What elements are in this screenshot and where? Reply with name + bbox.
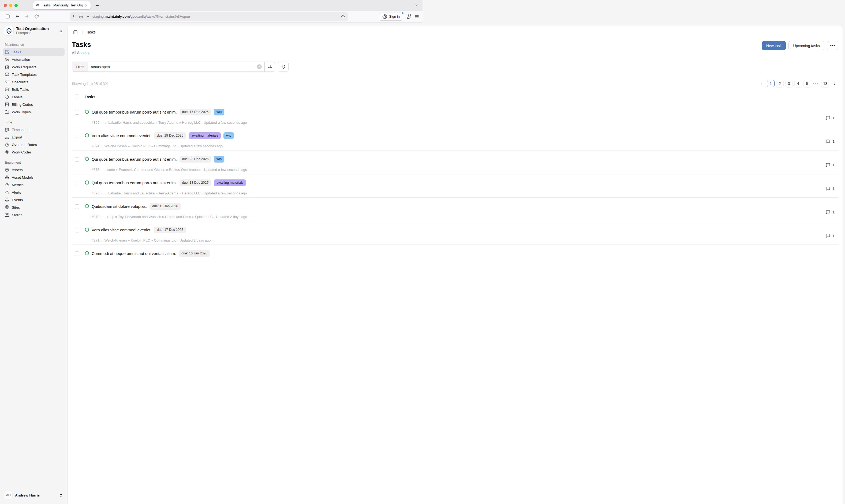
location-pin-button[interactable] xyxy=(278,61,288,72)
extensions-puzzle-icon[interactable] xyxy=(406,14,411,19)
sidebar-item-stores[interactable]: Stores xyxy=(3,211,65,218)
sidebar-item-automation[interactable]: Automation xyxy=(3,56,65,63)
task-row[interactable]: Qui quos temporibus earum porro aut sint… xyxy=(72,174,423,198)
sidebar-toggle-icon[interactable] xyxy=(3,13,12,21)
task-list-header: Tasks xyxy=(72,91,423,103)
sidebar-item-export[interactable]: Export xyxy=(3,133,65,141)
meta-separator: · xyxy=(101,144,102,148)
sidebar-item-bulk-tasks[interactable]: Bulk Tasks xyxy=(3,86,65,93)
panel-left-toggle-icon[interactable] xyxy=(71,28,79,36)
forward-icon[interactable] xyxy=(22,13,31,21)
tab-close-icon[interactable] xyxy=(84,4,88,7)
page-title: Tasks xyxy=(72,40,423,49)
sidebar-item-work-types[interactable]: Work Types xyxy=(3,108,65,116)
task-title[interactable]: Qui quos temporibus earum porro aut sint… xyxy=(92,110,177,114)
meta-separator: · xyxy=(101,121,102,125)
sidebar-item-metrics[interactable]: Metrics xyxy=(3,181,65,188)
sidebar-item-timesheets[interactable]: Timesheets xyxy=(3,126,65,133)
row-checkbox[interactable] xyxy=(75,228,79,232)
sidebar-item-sites[interactable]: Sites xyxy=(3,203,65,211)
key-icon[interactable] xyxy=(85,15,89,18)
sidebar-item-label: Work Requests xyxy=(12,65,36,69)
task-title[interactable]: Quibusdam sit dolore voluptas. xyxy=(92,204,147,209)
task-list: Tasks Qui quos temporibus earum porro au… xyxy=(72,91,423,252)
window-controls xyxy=(4,4,18,7)
task-row[interactable]: Qui quos temporibus earum porro aut sint… xyxy=(72,150,423,174)
sidebar-item-label: Export xyxy=(12,135,22,139)
zoom-window-button[interactable] xyxy=(15,4,18,7)
task-title[interactable]: Commodi et neque omnis aut qui veritatis… xyxy=(92,251,176,252)
task-row[interactable]: Vero alias vitae commodi eveniet.due: 17… xyxy=(72,221,423,245)
sidebar-item-label: Labels xyxy=(12,95,22,99)
task-title[interactable]: Vero alias vitae commodi eveniet. xyxy=(92,133,152,138)
row-checkbox[interactable] xyxy=(75,157,79,162)
due-date-badge: due: 18 Dec 2025 xyxy=(179,179,211,186)
due-date-badge: due: 16 Jan 2026 xyxy=(179,250,210,252)
select-all-checkbox[interactable] xyxy=(75,94,79,99)
gauge-icon xyxy=(5,183,9,187)
filter-input[interactable] xyxy=(88,65,264,69)
task-row-main: Qui quos temporibus earum porro aut sint… xyxy=(92,156,423,172)
browser-tab[interactable]: Tasks | Maintainly: Test Organis xyxy=(33,1,91,10)
row-checkbox[interactable] xyxy=(75,133,79,138)
org-switcher[interactable]: DEMO Test Organisation Enterprise xyxy=(3,26,65,36)
bookmark-star-icon[interactable] xyxy=(341,15,345,19)
url-bar[interactable]: staging.maintainly.com/gyoqzo8q/tasks?fi… xyxy=(70,12,348,21)
task-row-main: Qui quos temporibus earum porro aut sint… xyxy=(92,179,423,195)
sidebar-item-task-templates[interactable]: Task Templates xyxy=(3,71,65,78)
task-row[interactable]: Vero alias vitae commodi eveniet.due: 18… xyxy=(72,127,423,150)
sidebar-item-asset-models[interactable]: Asset Models xyxy=(3,174,65,181)
filter-settings-sliders-icon[interactable] xyxy=(264,61,275,72)
sidebar-item-alerts[interactable]: Alerts xyxy=(3,188,65,196)
sidebar-item-labels[interactable]: Labels xyxy=(3,93,65,101)
sidebar-item-work-codes[interactable]: Work Codes xyxy=(3,148,65,156)
sidebar-item-label: Bulk Tasks xyxy=(12,88,29,92)
sign-in-button[interactable]: Sign in xyxy=(379,13,403,21)
org-logo-icon: DEMO xyxy=(4,26,13,35)
new-tab-button[interactable] xyxy=(95,3,100,8)
sidebar-item-overtime-rates[interactable]: Overtime Rates xyxy=(3,141,65,148)
sidebar-item-events[interactable]: Events xyxy=(3,196,65,203)
list-tabs-chevron-icon[interactable] xyxy=(415,3,419,7)
all-assets-link[interactable]: All Assets xyxy=(72,51,89,55)
task-title[interactable]: Qui quos temporibus earum porro aut sint… xyxy=(92,157,177,161)
breadcrumb[interactable]: Tasks xyxy=(86,30,96,34)
task-title[interactable]: Qui quos temporibus earum porro aut sint… xyxy=(92,180,177,185)
shield-icon[interactable] xyxy=(73,15,77,18)
clear-filter-icon[interactable] xyxy=(257,64,262,69)
sidebar-item-label: Tasks xyxy=(12,50,21,54)
sidebar-item-label: Work Types xyxy=(12,110,31,114)
task-row[interactable]: Commodi et neque omnis aut qui veritatis… xyxy=(72,245,423,252)
org-name: Test Organisation xyxy=(16,26,49,31)
row-checkbox[interactable] xyxy=(75,251,79,252)
timer-icon xyxy=(5,142,9,147)
menu-hamburger-icon[interactable] xyxy=(415,14,419,19)
status-open-circle-icon xyxy=(85,251,89,252)
back-icon[interactable] xyxy=(13,13,21,21)
sidebar-item-assets[interactable]: Assets xyxy=(3,166,65,174)
status-open-circle-icon xyxy=(85,180,89,184)
lock-icon[interactable] xyxy=(79,15,83,18)
task-title[interactable]: Vero alias vitae commodi eveniet. xyxy=(92,228,152,232)
task-updated: Updated 2 days ago xyxy=(216,215,247,219)
minimize-window-button[interactable] xyxy=(9,4,12,7)
sidebar-nav: MaintenanceTasksAutomationWork RequestsT… xyxy=(3,38,65,252)
sidebar-item-label: Assets xyxy=(12,168,23,172)
row-checkbox[interactable] xyxy=(75,204,79,209)
sidebar-item-billing-codes[interactable]: Billing Codes xyxy=(3,101,65,108)
close-window-button[interactable] xyxy=(4,4,7,7)
sidebar-item-work-requests[interactable]: Work Requests xyxy=(3,63,65,71)
label-badge: wip xyxy=(224,132,234,139)
row-checkbox[interactable] xyxy=(75,181,79,185)
due-date-badge: due: 18 Dec 2025 xyxy=(154,132,186,139)
sidebar-item-checklists[interactable]: Checklists xyxy=(3,78,65,86)
tag-icon xyxy=(5,95,9,99)
status-open-circle-icon xyxy=(85,204,89,208)
sidebar-item-tasks[interactable]: Tasks xyxy=(3,48,65,56)
reload-icon[interactable] xyxy=(32,13,41,21)
row-checkbox[interactable] xyxy=(75,110,79,114)
task-row[interactable]: Qui quos temporibus earum porro aut sint… xyxy=(72,103,423,127)
task-location: ... Labadie, Harris and Leuschke » Terry… xyxy=(105,121,201,125)
sidebar-item-label: Timesheets xyxy=(12,128,30,132)
task-row[interactable]: Quibusdam sit dolore voluptas.due: 13 Ja… xyxy=(72,198,423,221)
